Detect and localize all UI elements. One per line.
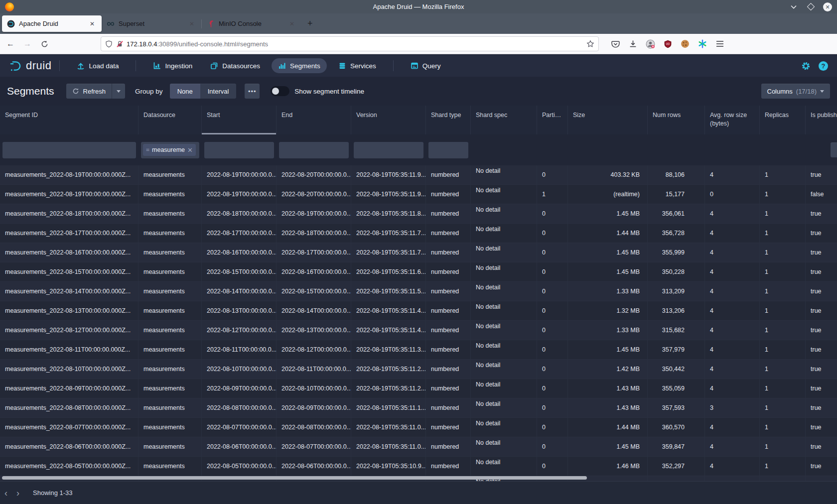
cookie-extension-icon[interactable]	[680, 38, 691, 49]
refresh-button[interactable]: Refresh	[66, 84, 112, 99]
table-cell: 2022-08-19T05:35:11.1...	[351, 398, 426, 418]
next-page-button[interactable]: ›	[12, 489, 24, 498]
reload-button[interactable]	[38, 37, 51, 50]
nav-divider	[393, 60, 394, 71]
table-row[interactable]: measurements_2022-08-15T00:00:00.000Z...…	[0, 262, 837, 282]
filter-input-shard-type[interactable]	[428, 142, 468, 158]
settings-gear-icon[interactable]	[801, 61, 811, 71]
bookmark-star-icon[interactable]	[586, 40, 594, 48]
pocket-icon[interactable]	[610, 38, 621, 49]
table-row[interactable]: measurements_2022-08-06T00:00:00.000Z...…	[0, 437, 837, 457]
nav-item-query[interactable]: Query	[404, 58, 447, 73]
tracking-shield-icon[interactable]	[105, 40, 113, 48]
table-cell: numbered	[426, 224, 471, 243]
url-bar[interactable]: 172.18.0.4:30899/unified-console.html#se…	[101, 36, 599, 51]
remove-filter-icon[interactable]: ✕	[187, 146, 193, 154]
column-header-shard-type[interactable]: Shard type	[426, 106, 471, 134]
datasource-filter-tag[interactable]: =measureme✕	[143, 144, 196, 156]
column-header-segment-id[interactable]: Segment ID	[0, 106, 139, 134]
filter-input-version[interactable]	[354, 142, 423, 158]
more-options-button[interactable]: •••	[245, 84, 260, 99]
column-header-version[interactable]: Version	[351, 106, 426, 134]
table-row[interactable]: measurements_2022-08-05T00:00:00.000Z...…	[0, 457, 837, 476]
table-row[interactable]: measurements_2022-08-12T00:00:00.000Z...…	[0, 321, 837, 340]
table-row[interactable]: measurements_2022-08-08T00:00:00.000Z...…	[0, 398, 837, 418]
back-button[interactable]: ←	[4, 37, 17, 50]
table-cell: 1	[760, 437, 806, 457]
table-row[interactable]: measurements_2022-08-13T00:00:00.000Z...…	[0, 301, 837, 321]
table-cell: 2022-08-19T05:35:11.0...	[351, 418, 426, 437]
table-row[interactable]: measurements_2022-08-19T00:00:00.000Z...…	[0, 165, 837, 185]
table-cell: 1.32 MB	[568, 301, 648, 321]
table-cell: 2022-08-20T00:00:00.0...	[277, 185, 351, 204]
nav-item-services[interactable]: Services	[332, 58, 383, 73]
column-header-avg-row-size-bytes[interactable]: Avg. row size (bytes)	[705, 106, 760, 134]
table-row[interactable]: measurements_2022-08-16T00:00:00.000Z...…	[0, 243, 837, 262]
tab-close-icon[interactable]: ✕	[88, 19, 97, 28]
help-icon[interactable]: ?	[819, 61, 828, 71]
window-maximize-button[interactable]	[806, 2, 815, 11]
filter-input-start[interactable]	[204, 142, 274, 158]
table-row[interactable]: measurements_2022-08-18T00:00:00.000Z...…	[0, 204, 837, 224]
nav-item-ingestion[interactable]: Ingestion	[146, 58, 199, 73]
equals-icon: =	[146, 146, 149, 153]
pagination-footer: ‹ › Showing 1-33	[0, 481, 837, 504]
tab-minio-console[interactable]: MinIO Console ✕	[202, 15, 301, 32]
table-cell: false	[806, 185, 837, 204]
load-data-icon	[77, 62, 85, 70]
table-row[interactable]: measurements_2022-08-09T00:00:00.000Z...…	[0, 379, 837, 398]
column-header-shard-spec[interactable]: Shard spec	[471, 106, 537, 134]
forward-button[interactable]: →	[21, 37, 34, 50]
horizontal-scrollbar-thumb[interactable]	[2, 476, 587, 480]
group-by-none-button[interactable]: None	[170, 84, 200, 99]
table-cell: 2022-08-19T05:35:11.9...	[351, 185, 426, 204]
table-cell: No detail	[471, 185, 537, 204]
column-header-end[interactable]: End	[277, 106, 351, 134]
window-minimize-button[interactable]	[789, 2, 798, 11]
table-cell: numbered	[426, 185, 471, 204]
table-row[interactable]: measurements_2022-08-07T00:00:00.000Z...…	[0, 418, 837, 437]
column-header-num-rows[interactable]: Num rows	[648, 106, 705, 134]
table-row[interactable]: measurements_2022-08-10T00:00:00.000Z...…	[0, 360, 837, 379]
tab-close-icon[interactable]: ✕	[287, 19, 296, 28]
refresh-dropdown-button[interactable]	[112, 84, 125, 99]
tab-superset[interactable]: Superset ✕	[102, 15, 201, 32]
account-extension-icon[interactable]	[645, 38, 656, 49]
group-by-interval-button[interactable]: Interval	[200, 84, 237, 99]
previous-page-button[interactable]: ‹	[0, 489, 12, 498]
druid-logo[interactable]: druid	[9, 59, 51, 73]
window-close-button[interactable]: ✕	[823, 2, 832, 11]
column-header-partition[interactable]: Partition	[537, 106, 568, 134]
column-header-datasource[interactable]: Datasource	[139, 106, 202, 134]
table-cell: numbered	[426, 340, 471, 360]
insecure-lock-icon[interactable]	[116, 40, 124, 48]
table-row[interactable]: measurements_2022-08-14T00:00:00.000Z...…	[0, 282, 837, 301]
show-button[interactable]: Show	[831, 142, 837, 157]
menu-hamburger-icon[interactable]	[714, 38, 725, 49]
datasource-filter-input[interactable]: =measureme✕	[141, 142, 199, 158]
tab-close-icon[interactable]: ✕	[187, 19, 196, 28]
ublock-origin-icon[interactable]: UO	[662, 38, 673, 49]
downloads-icon[interactable]	[627, 38, 638, 49]
new-tab-button[interactable]: +	[301, 18, 319, 29]
table-cell: 2022-08-19T00:00:00.0...	[202, 165, 277, 185]
tab-apache-druid[interactable]: Apache Druid ✕	[2, 15, 102, 32]
table-row[interactable]: measurements_2022-08-17T00:00:00.000Z...…	[0, 224, 837, 243]
column-header-replicas[interactable]: Replicas	[760, 106, 806, 134]
table-row[interactable]: measurements_2022-08-11T00:00:00.000Z...…	[0, 340, 837, 360]
column-header-is-published[interactable]: Is published	[806, 106, 837, 134]
asterisk-extension-icon[interactable]	[697, 38, 708, 49]
column-header-size[interactable]: Size	[568, 106, 648, 134]
table-cell: No detail	[471, 224, 537, 243]
column-header-start[interactable]: Start	[202, 106, 277, 134]
columns-picker-button[interactable]: Columns (17/18)	[761, 84, 831, 99]
table-cell: 1.45 MB	[568, 340, 648, 360]
filter-input-end[interactable]	[279, 142, 349, 158]
table-cell: 2022-08-08T00:00:00.0...	[277, 418, 351, 437]
nav-item-segments[interactable]: Segments	[272, 58, 327, 73]
nav-item-datasources[interactable]: Datasources	[204, 58, 267, 73]
table-row[interactable]: measurements_2022-08-19T00:00:00.000Z...…	[0, 185, 837, 204]
nav-item-load-data[interactable]: Load data	[70, 58, 125, 73]
filter-input-segment-id[interactable]	[2, 142, 136, 158]
segment-timeline-toggle[interactable]	[271, 86, 289, 96]
